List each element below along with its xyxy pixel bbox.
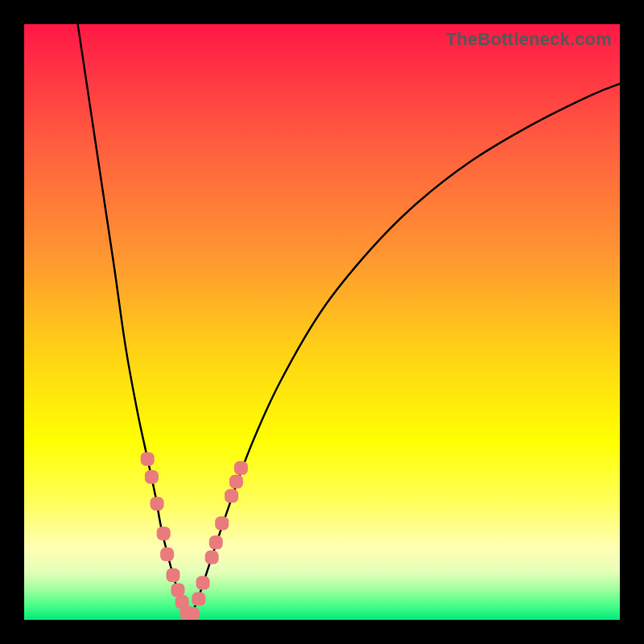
data-marker [141,452,155,466]
data-marker [215,517,229,530]
data-marker [225,489,238,503]
data-marker [145,470,159,484]
data-marker [209,535,223,549]
data-marker [196,576,210,590]
chart-frame: TheBottleneck.com [0,0,644,644]
data-marker [157,526,171,540]
data-marker [186,607,200,620]
data-marker [205,551,219,564]
data-marker [229,475,243,489]
data-marker [192,592,205,606]
curve-layer [24,24,620,620]
plot-area: TheBottleneck.com [24,24,620,620]
data-marker [234,461,248,475]
data-marker [167,568,180,582]
data-marker [151,497,164,510]
data-marker [160,547,174,561]
data-marker [171,584,184,597]
